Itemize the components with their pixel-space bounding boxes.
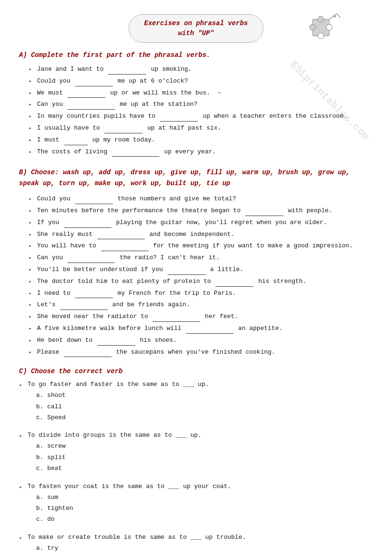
options-2: a. screw b. split c. beat xyxy=(19,441,373,474)
svg-point-1 xyxy=(318,16,324,22)
option-4a: a. try xyxy=(36,543,373,554)
section-c-item-3: To fasten your coat is the same as to __… xyxy=(19,483,373,525)
list-item: She really must and become independent. xyxy=(28,230,373,240)
option-3a: a. sum xyxy=(36,492,373,503)
list-item: Can you me up at the station? xyxy=(28,100,373,110)
question-2: To divide into groups is the same as to … xyxy=(19,432,373,439)
header-area: Exercises on phrasal verbs with "UP" xyxy=(19,14,373,43)
svg-point-7 xyxy=(334,15,336,18)
svg-point-4 xyxy=(310,24,316,30)
option-3c: c. do xyxy=(36,514,373,525)
puzzle-icon xyxy=(307,12,345,45)
section-b: B) Choose: wash up, add up, dress up, gi… xyxy=(19,167,373,357)
option-2b: b. split xyxy=(36,452,373,463)
question-3: To fasten your coat is the same as to __… xyxy=(19,483,373,490)
section-c-item-4: To make or create trouble is the same as… xyxy=(19,534,373,555)
svg-point-3 xyxy=(318,33,324,38)
options-4: a. try b. stir c. liven xyxy=(19,543,373,555)
list-item: In many countries pupils have to up when… xyxy=(28,112,373,122)
section-b-title: B) Choose: wash up, add up, dress up, gi… xyxy=(19,167,373,188)
question-4: To make or create trouble is the same as… xyxy=(19,534,373,541)
options-3: a. sum b. tighten c. do xyxy=(19,492,373,525)
list-item: I usually have to up at half past six. xyxy=(28,123,373,133)
svg-line-6 xyxy=(336,14,340,18)
list-item: You will have to for the meeting if you … xyxy=(28,241,373,251)
option-3b: b. tighten xyxy=(36,503,373,514)
list-item: He bent down to his shoes. xyxy=(28,336,373,346)
option-1a: a. shoot xyxy=(36,390,373,401)
section-c-item-2: To divide into groups is the same as to … xyxy=(19,432,373,474)
list-item: If you playing the guitar now, you'll re… xyxy=(28,218,373,228)
list-item: Can you the radio? I can't hear it. xyxy=(28,253,373,263)
title-line2: with "UP" xyxy=(178,29,214,37)
list-item: You'll be better understood if you a lit… xyxy=(28,265,373,275)
list-item: The costs of living up every year. xyxy=(28,147,373,157)
section-b-list: Could you those numbers and give me tota… xyxy=(19,194,373,357)
option-2c: c. beat xyxy=(36,463,373,474)
section-c-item-1: To go faster and faster is the same as t… xyxy=(19,381,373,423)
list-item: Jane and I want to up smoking. xyxy=(28,65,373,75)
option-2a: a. screw xyxy=(36,441,373,452)
title-oval: Exercises on phrasal verbs with "UP" xyxy=(129,14,263,43)
list-item: We must up or we will miss the bus. – xyxy=(28,88,373,98)
section-c-title: C) Choose the correct verb xyxy=(19,367,373,375)
section-a-title: A) Complete the first part of the phrasa… xyxy=(19,51,373,59)
list-item: I need to my French for the trip to Pari… xyxy=(28,289,373,299)
svg-point-2 xyxy=(327,24,332,30)
list-item: The doctor told him to eat plenty of pro… xyxy=(28,277,373,287)
list-item: Please the saucepans when you've finishe… xyxy=(28,348,373,357)
option-1c: c. Speed xyxy=(36,412,373,423)
section-a: A) Complete the first part of the phrasa… xyxy=(19,51,373,157)
list-item: Could you those numbers and give me tota… xyxy=(28,194,373,204)
list-item: Could you me up at 6 o'clock? xyxy=(28,76,373,86)
section-c: C) Choose the correct verb To go faster … xyxy=(19,367,373,555)
list-item: Let's and be friends again. xyxy=(28,300,373,310)
question-1: To go faster and faster is the same as t… xyxy=(19,381,373,388)
list-item: A five kilometre walk before lunch will … xyxy=(28,324,373,334)
title-line1: Exercises on phrasal verbs xyxy=(144,19,248,27)
options-1: a. shoot b. call c. Speed xyxy=(19,390,373,423)
section-a-list: Jane and I want to up smoking. Could you… xyxy=(19,65,373,157)
list-item: Ten minutes before the performance the t… xyxy=(28,206,373,216)
list-item: I must up my room today. xyxy=(28,135,373,145)
list-item: She moved near the radiator to her feet. xyxy=(28,312,373,322)
option-1b: b. call xyxy=(36,401,373,412)
